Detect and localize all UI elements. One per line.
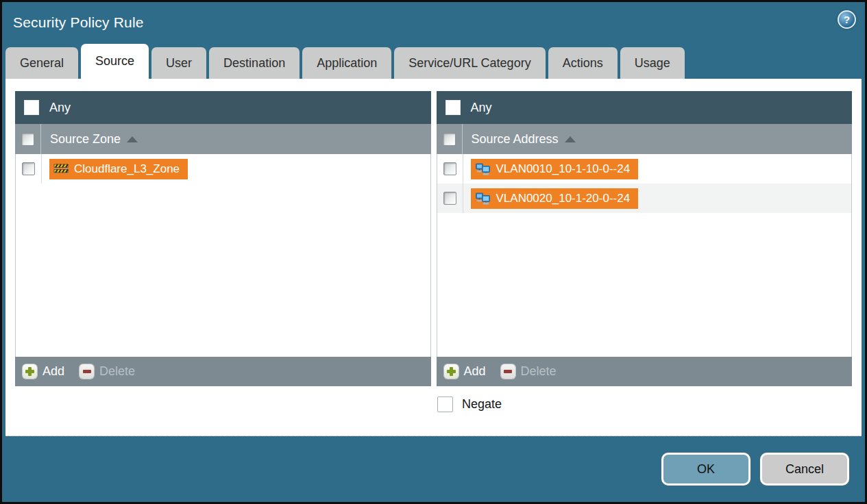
source-address-list: VLAN0010_10-1-10-0--24 [437,154,853,357]
source-address-row[interactable]: VLAN0020_10-1-20-0--24 [437,184,852,213]
tab-application[interactable]: Application [302,47,391,79]
source-address-any-bar: Any [437,91,853,124]
cancel-button[interactable]: Cancel [760,453,849,486]
minus-icon [501,364,515,379]
source-zone-panel: Any Source Zone [15,91,431,386]
address-chip[interactable]: VLAN0010_10-1-10-0--24 [471,159,639,179]
tab-bar: General Source User Destination Applicat… [2,43,865,79]
tab-service-url-category[interactable]: Service/URL Category [394,47,545,79]
source-zone-any-checkbox[interactable] [24,100,39,115]
plus-icon [23,364,37,379]
ok-button[interactable]: OK [661,453,750,486]
source-address-any-label: Any [471,101,492,115]
source-tab-content: Any Source Zone [5,79,862,436]
source-address-column-label: Source Address [472,132,559,147]
minus-icon [80,364,94,379]
source-zone-column-header[interactable]: Source Zone [15,124,431,154]
source-zone-any-label: Any [49,101,71,115]
source-zone-row-checkbox[interactable] [22,162,35,175]
source-address-row-checkbox[interactable] [443,162,456,175]
source-address-add-button[interactable]: Add [444,364,486,379]
zone-name: Cloudflare_L3_Zone [74,162,180,176]
source-address-delete-button[interactable]: Delete [501,364,557,379]
source-address-panel: Any Source Address [437,91,853,386]
zone-barricade-icon [53,163,69,175]
tab-destination[interactable]: Destination [209,47,300,79]
tab-usage[interactable]: Usage [620,47,685,79]
sort-ascending-icon [565,136,576,142]
negate-checkbox[interactable] [437,396,453,412]
source-zone-any-bar: Any [15,91,431,124]
tab-general[interactable]: General [5,47,78,79]
address-network-icon [475,192,491,205]
source-zone-add-button[interactable]: Add [23,364,64,379]
source-zone-list: Cloudflare_L3_Zone [15,154,431,357]
plus-icon [444,364,459,379]
address-name: VLAN0020_10-1-20-0--24 [496,192,631,205]
tab-user[interactable]: User [151,47,206,79]
dialog-titlebar: Security Policy Rule ? [2,2,865,43]
dialog-footer: OK Cancel [2,436,865,502]
dialog-title: Security Policy Rule [13,14,144,31]
source-zone-delete-button[interactable]: Delete [80,364,135,379]
source-address-any-checkbox[interactable] [445,100,461,115]
source-address-toolbar: Add Delete [437,357,853,386]
negate-row: Negate [437,396,852,412]
source-address-row-checkbox[interactable] [443,192,456,205]
source-zone-column-label: Source Zone [50,132,121,147]
source-address-column-header[interactable]: Source Address [437,124,853,154]
source-address-row[interactable]: VLAN0010_10-1-10-0--24 [437,154,852,184]
address-chip[interactable]: VLAN0020_10-1-20-0--24 [471,188,639,209]
address-name: VLAN0010_10-1-10-0--24 [496,162,631,176]
source-zone-select-all-checkbox[interactable] [21,133,34,146]
security-policy-rule-dialog: Security Policy Rule ? General Source Us… [0,0,867,504]
sort-ascending-icon [127,136,138,142]
tab-actions[interactable]: Actions [548,47,618,79]
source-zone-row[interactable]: Cloudflare_L3_Zone [16,154,430,184]
help-icon[interactable]: ? [838,10,856,29]
zone-chip[interactable]: Cloudflare_L3_Zone [49,159,188,179]
source-zone-toolbar: Add Delete [15,357,431,386]
source-address-select-all-checkbox[interactable] [443,133,456,146]
negate-label: Negate [462,397,502,412]
tab-source[interactable]: Source [81,44,149,79]
address-network-icon [475,163,491,175]
